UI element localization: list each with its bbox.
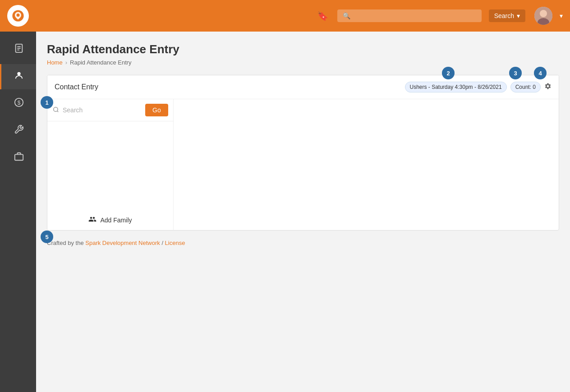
add-family-button[interactable]: Add Family bbox=[47, 210, 173, 230]
breadcrumb-separator: › bbox=[65, 59, 67, 66]
search-row: Go bbox=[47, 99, 173, 121]
search-icon bbox=[53, 106, 59, 114]
user-dropdown-arrow[interactable]: ▾ bbox=[560, 12, 563, 19]
sidebar-item-people[interactable] bbox=[0, 64, 36, 89]
svg-text:$: $ bbox=[17, 100, 20, 106]
svg-line-15 bbox=[57, 111, 59, 112]
user-avatar[interactable] bbox=[534, 7, 552, 25]
global-search-bar: 🔍 bbox=[337, 9, 482, 22]
contacts-list bbox=[47, 121, 173, 210]
add-family-icon bbox=[88, 215, 97, 225]
card-header: Contact Entry Ushers - Saturday 4:30pm -… bbox=[47, 75, 559, 99]
search-dropdown-button[interactable]: Search ▾ bbox=[489, 9, 525, 22]
contact-search-input[interactable] bbox=[63, 106, 142, 114]
card-title: Contact Entry bbox=[55, 83, 98, 91]
go-button[interactable]: Go bbox=[145, 104, 168, 116]
footer: Crafted by the Spark Development Network… bbox=[47, 231, 559, 254]
sidebar-item-jobs[interactable] bbox=[0, 145, 36, 171]
wrench-icon bbox=[14, 125, 24, 137]
svg-point-1 bbox=[17, 14, 20, 17]
search-icon: 🔍 bbox=[343, 12, 350, 19]
card-body: Go Add Family bbox=[47, 99, 559, 230]
footer-prefix: Crafted by the bbox=[47, 240, 85, 246]
global-search-input[interactable] bbox=[354, 12, 476, 19]
bookmark-icon[interactable]: 🔖 bbox=[317, 10, 328, 21]
page-title: Rapid Attendance Entry bbox=[47, 42, 559, 56]
card-header-actions: Ushers - Saturday 4:30pm - 8/26/2021 Cou… bbox=[405, 82, 552, 92]
finance-icon: $ bbox=[14, 97, 24, 110]
step-1-badge: 1 bbox=[41, 96, 53, 109]
breadcrumb-home[interactable]: Home bbox=[47, 59, 63, 66]
license-link[interactable]: License bbox=[165, 240, 185, 246]
svg-point-14 bbox=[54, 107, 58, 111]
logo[interactable] bbox=[7, 5, 29, 27]
avatar-image bbox=[534, 7, 552, 25]
content-area: 1 2 3 4 5 Contact Entry bbox=[47, 75, 559, 254]
breadcrumb: Home › Rapid Attendance Entry bbox=[47, 59, 559, 66]
step-2-badge: 2 bbox=[442, 67, 455, 79]
sidebar-item-documents[interactable] bbox=[0, 37, 36, 62]
contact-entry-card: Contact Entry Ushers - Saturday 4:30pm -… bbox=[47, 75, 559, 231]
step-5-badge: 5 bbox=[41, 231, 53, 243]
settings-button[interactable] bbox=[544, 83, 552, 92]
sidebar: $ bbox=[0, 32, 36, 392]
briefcase-icon bbox=[14, 152, 24, 164]
left-panel: Go Add Family bbox=[47, 99, 174, 230]
person-icon bbox=[14, 70, 24, 83]
breadcrumb-current: Rapid Attendance Entry bbox=[70, 59, 132, 66]
svg-point-3 bbox=[540, 10, 547, 17]
step-3-badge: 3 bbox=[509, 67, 522, 79]
session-badge[interactable]: Ushers - Saturday 4:30pm - 8/26/2021 bbox=[405, 82, 507, 92]
sidebar-item-tools[interactable] bbox=[0, 118, 36, 143]
chevron-down-icon: ▾ bbox=[517, 12, 520, 19]
document-icon bbox=[14, 43, 24, 56]
spark-dev-link[interactable]: Spark Development Network bbox=[85, 240, 160, 246]
top-navigation: 🔖 🔍 Search ▾ ▾ bbox=[0, 0, 570, 32]
footer-separator: / bbox=[161, 240, 165, 246]
step-4-badge: 4 bbox=[534, 67, 547, 79]
main-content: Rapid Attendance Entry Home › Rapid Atte… bbox=[36, 32, 570, 392]
sidebar-item-finance[interactable]: $ bbox=[0, 91, 36, 116]
count-badge: Count: 0 bbox=[510, 82, 541, 92]
svg-point-9 bbox=[17, 72, 20, 75]
right-panel bbox=[174, 99, 559, 230]
add-family-label: Add Family bbox=[100, 217, 132, 224]
svg-rect-12 bbox=[14, 154, 23, 160]
